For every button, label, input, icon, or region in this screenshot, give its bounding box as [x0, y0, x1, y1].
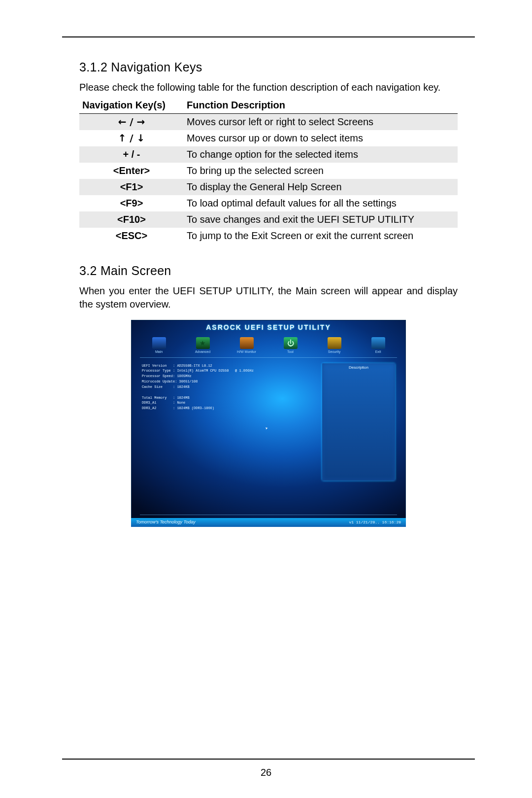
- page-number: 26: [0, 766, 532, 779]
- desc-up-down: Moves cursor up or down to select items: [184, 130, 458, 146]
- uefi-description-label: Description: [322, 365, 395, 371]
- uefi-tab-advanced: Advanced: [186, 337, 220, 354]
- desc-left-right: Moves cursor left or right to select Scr…: [184, 113, 458, 130]
- uefi-sep-top: [140, 357, 397, 358]
- power-icon: [284, 337, 298, 349]
- desc-f1: To display the General Help Screen: [184, 179, 458, 195]
- navigation-keys-table: Navigation Key(s) Function Description ←…: [79, 97, 458, 244]
- cursor-icon: [265, 425, 269, 432]
- key-f9: <F9>: [79, 195, 184, 211]
- uefi-tab-tool: Tool: [273, 337, 307, 354]
- uefi-tab-exit: Exit: [361, 337, 395, 354]
- tab-label-advanced: Advanced: [195, 350, 210, 353]
- section-heading-32: 3.2 Main Screen: [79, 263, 458, 279]
- key-esc: <ESC>: [79, 228, 184, 244]
- tab-label-security: Security: [328, 350, 340, 353]
- tab-label-exit: Exit: [375, 350, 381, 353]
- star-icon: [196, 337, 210, 349]
- uefi-tab-hwmon: H/W Monitor: [230, 337, 264, 354]
- key-plus-minus: + / -: [79, 146, 184, 163]
- tab-label-main: Main: [155, 350, 163, 353]
- uefi-title: ASROCK UEFI SETUP UTILITY: [131, 323, 406, 332]
- section-312-intro: Please check the following table for the…: [79, 81, 458, 94]
- desc-enter: To bring up the selected screen: [184, 163, 458, 179]
- main-tab-icon: [152, 337, 166, 349]
- uefi-tab-row: Main Advanced H/W Monitor Tool Security …: [142, 333, 395, 354]
- desc-plus-minus: To change option for the selected items: [184, 146, 458, 163]
- uefi-screenshot-wrap: ASROCK UEFI SETUP UTILITY Main Advanced …: [79, 320, 458, 527]
- tab-label-hwmon: H/W Monitor: [237, 350, 256, 353]
- section-heading-312: 3.1.2 Navigation Keys: [79, 59, 458, 76]
- bottom-rule: [62, 759, 475, 760]
- monitor-icon: [240, 337, 254, 349]
- col-header-keys: Navigation Key(s): [79, 97, 184, 114]
- key-enter: <Enter>: [79, 163, 184, 179]
- shield-icon: [328, 337, 341, 349]
- uefi-screenshot: ASROCK UEFI SETUP UTILITY Main Advanced …: [131, 320, 406, 527]
- uefi-sep-bottom: [140, 515, 397, 515]
- desc-f9: To load optimal default values for all t…: [184, 195, 458, 211]
- key-left-right: ← / →: [79, 113, 184, 130]
- uefi-footer-right: v1 11/21/20.. 16:16:20: [349, 520, 401, 525]
- key-f10: <F10>: [79, 211, 184, 228]
- desc-esc: To jump to the Exit Screen or exit the c…: [184, 228, 458, 244]
- manual-page: 3.1.2 Navigation Keys Please check the f…: [0, 0, 532, 798]
- uefi-description-panel: Description: [322, 363, 395, 481]
- section-32-intro: When you enter the UEFI SETUP UTILITY, t…: [79, 284, 458, 311]
- tab-label-tool: Tool: [287, 350, 294, 353]
- uefi-sysinfo: UEFI Version : AD2550B-ITX L0.12 Process…: [142, 363, 254, 412]
- page-content: 3.1.2 Navigation Keys Please check the f…: [62, 37, 475, 527]
- col-header-desc: Function Description: [184, 97, 458, 114]
- uefi-tab-security: Security: [317, 337, 351, 354]
- desc-f10: To save changes and exit the UEFI SETUP …: [184, 211, 458, 228]
- uefi-tab-main: Main: [142, 337, 176, 354]
- key-f1: <F1>: [79, 179, 184, 195]
- uefi-footer-left: Tomorrow's Technology Today: [136, 519, 196, 525]
- exit-icon: [371, 337, 385, 349]
- key-up-down: ↑ / ↓: [79, 130, 184, 146]
